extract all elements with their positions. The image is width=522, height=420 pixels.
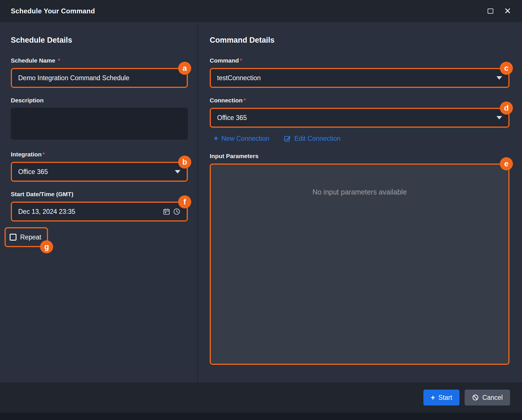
annotation-badge-e: e (500, 157, 513, 170)
connection-selected-value: Office 365 (217, 114, 247, 122)
dialog-title: Schedule Your Command (11, 7, 95, 15)
required-asterisk: * (244, 97, 246, 104)
required-asterisk: * (43, 151, 45, 158)
description-label: Description (11, 97, 188, 104)
plus-icon: + (214, 135, 218, 142)
close-icon[interactable]: ✕ (504, 7, 511, 15)
integration-selected-value: Office 365 (18, 168, 48, 176)
connection-label: Connection * (210, 97, 509, 104)
repeat-field-wrap: g Repeat (5, 227, 48, 247)
schedule-details-heading: Schedule Details (11, 36, 188, 45)
integration-label: Integration * (11, 151, 188, 158)
input-parameters-label: Input Parameters (210, 153, 509, 160)
start-datetime-input[interactable] (18, 208, 163, 216)
start-datetime-field-wrap: f (11, 202, 188, 222)
input-parameters-wrap: e No input parameters available (210, 164, 509, 365)
chevron-down-icon (496, 116, 502, 119)
input-parameters-panel: No input parameters available (211, 165, 508, 364)
chevron-down-icon (175, 170, 180, 173)
start-datetime-label: Start Date/Time (GMT) (11, 191, 188, 198)
dialog-footer: + Start Cancel (0, 382, 522, 413)
new-connection-link[interactable]: + New Connection (214, 135, 269, 142)
command-selected-value: testConnection (217, 74, 261, 82)
clock-icon[interactable] (173, 208, 180, 215)
annotation-badge-c: c (500, 62, 513, 75)
repeat-label: Repeat (20, 233, 41, 241)
start-button[interactable]: + Start (423, 390, 460, 405)
window-controls: ✕ (488, 7, 511, 15)
annotation-badge-d: d (500, 102, 513, 115)
integration-select[interactable]: Office 365 (12, 163, 187, 181)
command-field-wrap: c testConnection (210, 68, 509, 88)
required-asterisk: * (240, 57, 242, 64)
dialog-body: Schedule Details Schedule Name * a Descr… (0, 22, 522, 382)
required-asterisk: * (58, 57, 60, 64)
description-input[interactable] (11, 108, 188, 140)
plus-icon: + (431, 394, 435, 401)
svg-text:a: a (285, 138, 287, 141)
chevron-down-icon (496, 76, 502, 80)
schedule-name-field-wrap: a (11, 68, 188, 88)
no-parameters-message: No input parameters available (312, 188, 407, 196)
edit-connection-link[interactable]: a Edit Connection (284, 135, 340, 142)
repeat-checkbox[interactable] (10, 234, 16, 241)
annotation-badge-a: a (178, 62, 191, 75)
command-details-column: Command Details Command * c testConnecti… (198, 22, 522, 382)
schedule-name-label: Schedule Name * (11, 57, 188, 64)
schedule-name-input-box (12, 69, 187, 87)
edit-icon: a (284, 135, 291, 142)
connection-field-wrap: d Office 365 (210, 108, 509, 128)
no-entry-icon (472, 394, 479, 401)
annotation-badge-b: b (178, 156, 191, 169)
integration-field-wrap: b Office 365 (11, 162, 188, 182)
connection-select[interactable]: Office 365 (211, 109, 508, 127)
datetime-icons (163, 208, 180, 215)
schedule-details-column: Schedule Details Schedule Name * a Descr… (0, 22, 198, 382)
maximize-icon[interactable] (488, 9, 493, 14)
titlebar: Schedule Your Command ✕ (0, 0, 522, 22)
bottom-strip (0, 413, 522, 420)
connection-links-row: + New Connection a Edit Connection (214, 135, 509, 142)
schedule-command-dialog: Schedule Your Command ✕ Schedule Details… (0, 0, 522, 420)
command-label: Command * (210, 57, 509, 64)
command-details-heading: Command Details (210, 36, 509, 45)
annotation-badge-f: f (178, 195, 191, 208)
schedule-name-input[interactable] (18, 74, 180, 82)
cancel-button[interactable]: Cancel (465, 390, 510, 405)
annotation-badge-g: g (40, 240, 53, 253)
calendar-icon[interactable] (163, 208, 170, 215)
command-select[interactable]: testConnection (211, 69, 508, 87)
start-datetime-input-box (12, 203, 187, 220)
